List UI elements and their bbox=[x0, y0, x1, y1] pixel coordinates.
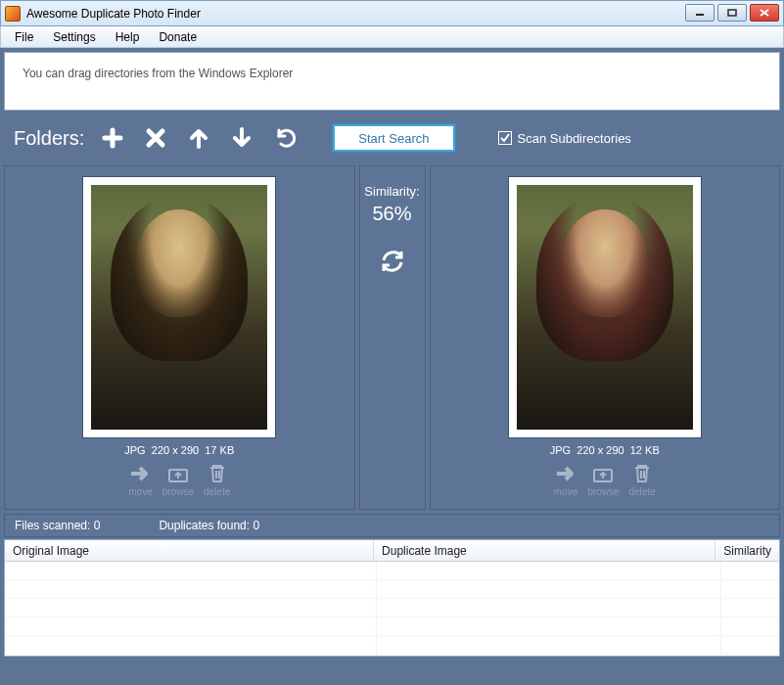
window-controls bbox=[685, 4, 779, 22]
folder-up-icon bbox=[591, 462, 615, 485]
right-image-frame bbox=[508, 176, 702, 438]
move-down-button[interactable] bbox=[227, 123, 256, 153]
x-icon bbox=[145, 127, 166, 149]
content-area: You can drag directories from the Window… bbox=[0, 48, 784, 661]
refresh-icon bbox=[380, 249, 405, 274]
left-image-frame bbox=[82, 176, 276, 438]
menu-file[interactable]: File bbox=[5, 26, 43, 47]
left-size: 17 KB bbox=[205, 444, 234, 456]
menu-donate[interactable]: Donate bbox=[149, 26, 207, 47]
minimize-icon bbox=[695, 9, 705, 17]
status-bar: Files scanned: 0 Duplicates found: 0 bbox=[4, 514, 780, 537]
results-table: Original Image Duplicate Image Similarit… bbox=[4, 539, 780, 657]
menu-settings[interactable]: Settings bbox=[43, 26, 105, 47]
folders-label: Folders: bbox=[14, 127, 84, 150]
right-image-info: JPG 220 x 290 12 KB bbox=[550, 444, 660, 456]
col-similarity[interactable]: Similarity bbox=[715, 540, 779, 561]
duplicates-found-value: 0 bbox=[253, 519, 259, 532]
table-row[interactable] bbox=[5, 636, 779, 655]
scan-subdirectories-checkbox[interactable] bbox=[498, 131, 512, 145]
drop-directories-panel[interactable]: You can drag directories from the Window… bbox=[4, 52, 780, 111]
menu-help[interactable]: Help bbox=[106, 26, 150, 47]
window-title: Awesome Duplicate Photo Finder bbox=[26, 7, 201, 21]
left-format: JPG bbox=[124, 444, 145, 456]
close-icon bbox=[760, 9, 769, 17]
left-image-thumb[interactable] bbox=[91, 185, 267, 430]
comparison-row: JPG 220 x 290 17 KB move browse delete bbox=[4, 165, 780, 510]
remove-folder-button[interactable] bbox=[141, 123, 170, 153]
folders-toolbar: Folders: Start Search Scan Subdirectorie… bbox=[4, 114, 780, 161]
close-button[interactable] bbox=[750, 4, 779, 22]
arrow-down-icon bbox=[231, 127, 253, 149]
left-move-label: move bbox=[128, 486, 152, 497]
maximize-button[interactable] bbox=[717, 4, 747, 22]
add-folder-button[interactable] bbox=[98, 123, 127, 153]
trash-icon bbox=[630, 462, 654, 485]
right-image-thumb[interactable] bbox=[517, 185, 693, 430]
right-browse-button[interactable]: browse bbox=[587, 462, 619, 497]
table-row[interactable] bbox=[5, 617, 779, 636]
left-actions: move browse delete bbox=[128, 462, 230, 497]
arrow-right-icon bbox=[128, 462, 152, 485]
right-image-panel: JPG 220 x 290 12 KB move browse delete bbox=[430, 165, 781, 510]
app-icon bbox=[5, 6, 21, 22]
right-actions: move browse delete bbox=[554, 462, 656, 497]
similarity-column: Similarity: 56% bbox=[359, 165, 426, 510]
left-image-info: JPG 220 x 290 17 KB bbox=[124, 444, 234, 456]
start-search-button[interactable]: Start Search bbox=[333, 124, 454, 152]
menu-bar: File Settings Help Donate bbox=[0, 26, 784, 48]
check-icon bbox=[500, 133, 510, 143]
similarity-value: 56% bbox=[372, 203, 411, 225]
right-move-button[interactable]: move bbox=[554, 462, 577, 497]
scan-subdirectories-option[interactable]: Scan Subdirectories bbox=[498, 131, 631, 146]
undo-icon bbox=[274, 127, 296, 149]
svg-rect-1 bbox=[728, 10, 736, 16]
arrow-right-icon bbox=[554, 462, 577, 485]
scan-subdirectories-label: Scan Subdirectories bbox=[518, 131, 631, 146]
right-move-label: move bbox=[554, 486, 577, 497]
right-browse-label: browse bbox=[587, 486, 619, 497]
move-up-button[interactable] bbox=[184, 123, 213, 153]
files-scanned-label: Files scanned: bbox=[15, 519, 90, 532]
col-duplicate[interactable]: Duplicate Image bbox=[374, 540, 715, 561]
left-delete-button[interactable]: delete bbox=[204, 462, 230, 497]
right-size: 12 KB bbox=[630, 444, 660, 456]
table-row[interactable] bbox=[5, 599, 779, 617]
left-dimensions: 220 x 290 bbox=[152, 444, 199, 456]
reset-button[interactable] bbox=[270, 123, 300, 153]
table-header: Original Image Duplicate Image Similarit… bbox=[5, 540, 779, 562]
right-delete-label: delete bbox=[628, 486, 655, 497]
title-bar: Awesome Duplicate Photo Finder bbox=[0, 0, 784, 26]
table-row[interactable] bbox=[5, 580, 779, 599]
right-dimensions: 220 x 290 bbox=[576, 444, 623, 456]
left-browse-label: browse bbox=[162, 486, 194, 497]
col-original[interactable]: Original Image bbox=[5, 540, 374, 561]
drop-hint-text: You can drag directories from the Window… bbox=[23, 67, 293, 80]
right-delete-button[interactable]: delete bbox=[628, 462, 655, 497]
duplicates-found-label: Duplicates found: bbox=[159, 519, 250, 532]
folder-up-icon bbox=[166, 462, 190, 485]
left-browse-button[interactable]: browse bbox=[162, 462, 194, 497]
similarity-label: Similarity: bbox=[364, 184, 419, 199]
files-scanned: Files scanned: 0 bbox=[15, 519, 100, 532]
files-scanned-value: 0 bbox=[94, 519, 101, 532]
plus-icon bbox=[101, 126, 124, 150]
left-image-panel: JPG 220 x 290 17 KB move browse delete bbox=[4, 165, 355, 510]
minimize-button[interactable] bbox=[685, 4, 715, 22]
table-body[interactable] bbox=[5, 562, 779, 656]
left-delete-label: delete bbox=[204, 486, 230, 497]
swap-button[interactable] bbox=[380, 249, 405, 277]
table-row[interactable] bbox=[5, 562, 779, 580]
left-move-button[interactable]: move bbox=[128, 462, 152, 497]
right-format: JPG bbox=[550, 444, 571, 456]
maximize-icon bbox=[727, 9, 737, 17]
trash-icon bbox=[206, 462, 229, 485]
duplicates-found: Duplicates found: 0 bbox=[159, 519, 259, 532]
arrow-up-icon bbox=[188, 127, 209, 149]
